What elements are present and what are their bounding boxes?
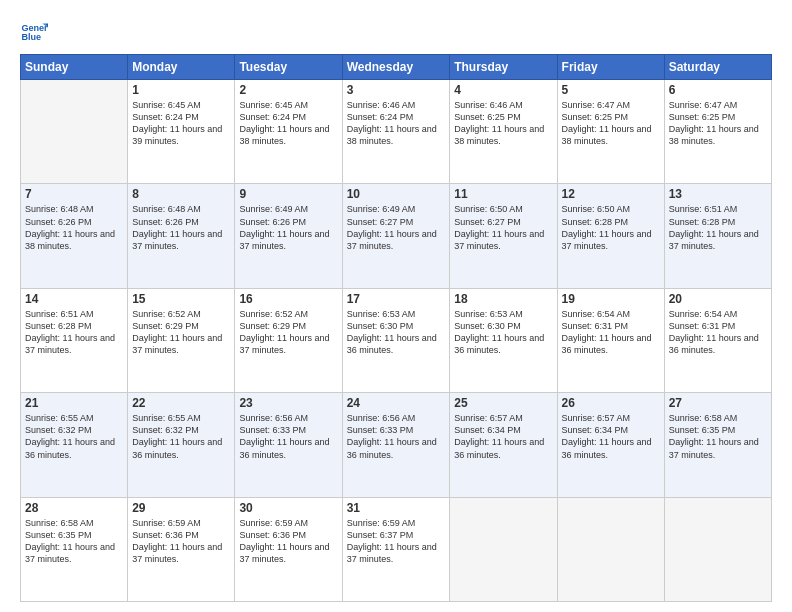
cell-info: Sunrise: 6:55 AMSunset: 6:32 PMDaylight:… (25, 412, 123, 461)
page: General Blue SundayMondayTuesdayWednesda… (0, 0, 792, 612)
cell-info: Sunrise: 6:58 AMSunset: 6:35 PMDaylight:… (25, 517, 123, 566)
day-number: 14 (25, 292, 123, 306)
day-number: 29 (132, 501, 230, 515)
calendar-cell: 21Sunrise: 6:55 AMSunset: 6:32 PMDayligh… (21, 393, 128, 497)
cell-info: Sunrise: 6:51 AMSunset: 6:28 PMDaylight:… (669, 203, 767, 252)
calendar-header-saturday: Saturday (664, 55, 771, 80)
day-number: 21 (25, 396, 123, 410)
cell-info: Sunrise: 6:52 AMSunset: 6:29 PMDaylight:… (239, 308, 337, 357)
calendar-cell (450, 497, 557, 601)
week-row: 7Sunrise: 6:48 AMSunset: 6:26 PMDaylight… (21, 184, 772, 288)
day-number: 16 (239, 292, 337, 306)
cell-info: Sunrise: 6:53 AMSunset: 6:30 PMDaylight:… (454, 308, 552, 357)
day-number: 22 (132, 396, 230, 410)
calendar-cell: 26Sunrise: 6:57 AMSunset: 6:34 PMDayligh… (557, 393, 664, 497)
day-number: 7 (25, 187, 123, 201)
logo: General Blue (20, 18, 52, 46)
day-number: 20 (669, 292, 767, 306)
calendar-cell: 27Sunrise: 6:58 AMSunset: 6:35 PMDayligh… (664, 393, 771, 497)
calendar-cell: 18Sunrise: 6:53 AMSunset: 6:30 PMDayligh… (450, 288, 557, 392)
cell-info: Sunrise: 6:49 AMSunset: 6:26 PMDaylight:… (239, 203, 337, 252)
day-number: 23 (239, 396, 337, 410)
cell-info: Sunrise: 6:48 AMSunset: 6:26 PMDaylight:… (132, 203, 230, 252)
cell-info: Sunrise: 6:46 AMSunset: 6:24 PMDaylight:… (347, 99, 446, 148)
calendar-header-tuesday: Tuesday (235, 55, 342, 80)
day-number: 8 (132, 187, 230, 201)
calendar-header-sunday: Sunday (21, 55, 128, 80)
calendar-header-wednesday: Wednesday (342, 55, 450, 80)
calendar-cell: 3Sunrise: 6:46 AMSunset: 6:24 PMDaylight… (342, 80, 450, 184)
calendar-cell: 19Sunrise: 6:54 AMSunset: 6:31 PMDayligh… (557, 288, 664, 392)
calendar-cell: 15Sunrise: 6:52 AMSunset: 6:29 PMDayligh… (128, 288, 235, 392)
calendar-cell: 17Sunrise: 6:53 AMSunset: 6:30 PMDayligh… (342, 288, 450, 392)
cell-info: Sunrise: 6:59 AMSunset: 6:37 PMDaylight:… (347, 517, 446, 566)
day-number: 26 (562, 396, 660, 410)
day-number: 30 (239, 501, 337, 515)
calendar-cell: 23Sunrise: 6:56 AMSunset: 6:33 PMDayligh… (235, 393, 342, 497)
cell-info: Sunrise: 6:58 AMSunset: 6:35 PMDaylight:… (669, 412, 767, 461)
calendar-header-monday: Monday (128, 55, 235, 80)
cell-info: Sunrise: 6:45 AMSunset: 6:24 PMDaylight:… (239, 99, 337, 148)
day-number: 1 (132, 83, 230, 97)
cell-info: Sunrise: 6:50 AMSunset: 6:28 PMDaylight:… (562, 203, 660, 252)
calendar-cell: 2Sunrise: 6:45 AMSunset: 6:24 PMDaylight… (235, 80, 342, 184)
calendar-cell: 30Sunrise: 6:59 AMSunset: 6:36 PMDayligh… (235, 497, 342, 601)
cell-info: Sunrise: 6:48 AMSunset: 6:26 PMDaylight:… (25, 203, 123, 252)
cell-info: Sunrise: 6:46 AMSunset: 6:25 PMDaylight:… (454, 99, 552, 148)
calendar-cell: 16Sunrise: 6:52 AMSunset: 6:29 PMDayligh… (235, 288, 342, 392)
cell-info: Sunrise: 6:53 AMSunset: 6:30 PMDaylight:… (347, 308, 446, 357)
calendar-cell (664, 497, 771, 601)
header: General Blue (20, 18, 772, 46)
day-number: 2 (239, 83, 337, 97)
calendar-cell: 7Sunrise: 6:48 AMSunset: 6:26 PMDaylight… (21, 184, 128, 288)
calendar-cell: 1Sunrise: 6:45 AMSunset: 6:24 PMDaylight… (128, 80, 235, 184)
cell-info: Sunrise: 6:59 AMSunset: 6:36 PMDaylight:… (132, 517, 230, 566)
calendar-cell: 25Sunrise: 6:57 AMSunset: 6:34 PMDayligh… (450, 393, 557, 497)
day-number: 12 (562, 187, 660, 201)
day-number: 31 (347, 501, 446, 515)
cell-info: Sunrise: 6:45 AMSunset: 6:24 PMDaylight:… (132, 99, 230, 148)
calendar-cell: 10Sunrise: 6:49 AMSunset: 6:27 PMDayligh… (342, 184, 450, 288)
day-number: 28 (25, 501, 123, 515)
calendar-cell: 5Sunrise: 6:47 AMSunset: 6:25 PMDaylight… (557, 80, 664, 184)
calendar-cell (557, 497, 664, 601)
calendar-cell: 14Sunrise: 6:51 AMSunset: 6:28 PMDayligh… (21, 288, 128, 392)
calendar-cell: 4Sunrise: 6:46 AMSunset: 6:25 PMDaylight… (450, 80, 557, 184)
day-number: 9 (239, 187, 337, 201)
calendar-header-friday: Friday (557, 55, 664, 80)
day-number: 19 (562, 292, 660, 306)
calendar-cell: 28Sunrise: 6:58 AMSunset: 6:35 PMDayligh… (21, 497, 128, 601)
day-number: 24 (347, 396, 446, 410)
cell-info: Sunrise: 6:56 AMSunset: 6:33 PMDaylight:… (239, 412, 337, 461)
calendar-cell: 13Sunrise: 6:51 AMSunset: 6:28 PMDayligh… (664, 184, 771, 288)
cell-info: Sunrise: 6:59 AMSunset: 6:36 PMDaylight:… (239, 517, 337, 566)
cell-info: Sunrise: 6:47 AMSunset: 6:25 PMDaylight:… (669, 99, 767, 148)
calendar-cell (21, 80, 128, 184)
cell-info: Sunrise: 6:47 AMSunset: 6:25 PMDaylight:… (562, 99, 660, 148)
calendar-cell: 6Sunrise: 6:47 AMSunset: 6:25 PMDaylight… (664, 80, 771, 184)
cell-info: Sunrise: 6:50 AMSunset: 6:27 PMDaylight:… (454, 203, 552, 252)
day-number: 15 (132, 292, 230, 306)
week-row: 28Sunrise: 6:58 AMSunset: 6:35 PMDayligh… (21, 497, 772, 601)
calendar-cell: 24Sunrise: 6:56 AMSunset: 6:33 PMDayligh… (342, 393, 450, 497)
calendar-cell: 11Sunrise: 6:50 AMSunset: 6:27 PMDayligh… (450, 184, 557, 288)
cell-info: Sunrise: 6:51 AMSunset: 6:28 PMDaylight:… (25, 308, 123, 357)
calendar-cell: 22Sunrise: 6:55 AMSunset: 6:32 PMDayligh… (128, 393, 235, 497)
day-number: 3 (347, 83, 446, 97)
cell-info: Sunrise: 6:57 AMSunset: 6:34 PMDaylight:… (562, 412, 660, 461)
calendar-cell: 9Sunrise: 6:49 AMSunset: 6:26 PMDaylight… (235, 184, 342, 288)
day-number: 6 (669, 83, 767, 97)
day-number: 13 (669, 187, 767, 201)
day-number: 10 (347, 187, 446, 201)
day-number: 17 (347, 292, 446, 306)
cell-info: Sunrise: 6:57 AMSunset: 6:34 PMDaylight:… (454, 412, 552, 461)
day-number: 25 (454, 396, 552, 410)
logo-icon: General Blue (20, 18, 48, 46)
cell-info: Sunrise: 6:55 AMSunset: 6:32 PMDaylight:… (132, 412, 230, 461)
calendar-cell: 31Sunrise: 6:59 AMSunset: 6:37 PMDayligh… (342, 497, 450, 601)
week-row: 1Sunrise: 6:45 AMSunset: 6:24 PMDaylight… (21, 80, 772, 184)
cell-info: Sunrise: 6:54 AMSunset: 6:31 PMDaylight:… (562, 308, 660, 357)
calendar-table: SundayMondayTuesdayWednesdayThursdayFrid… (20, 54, 772, 602)
cell-info: Sunrise: 6:49 AMSunset: 6:27 PMDaylight:… (347, 203, 446, 252)
day-number: 27 (669, 396, 767, 410)
